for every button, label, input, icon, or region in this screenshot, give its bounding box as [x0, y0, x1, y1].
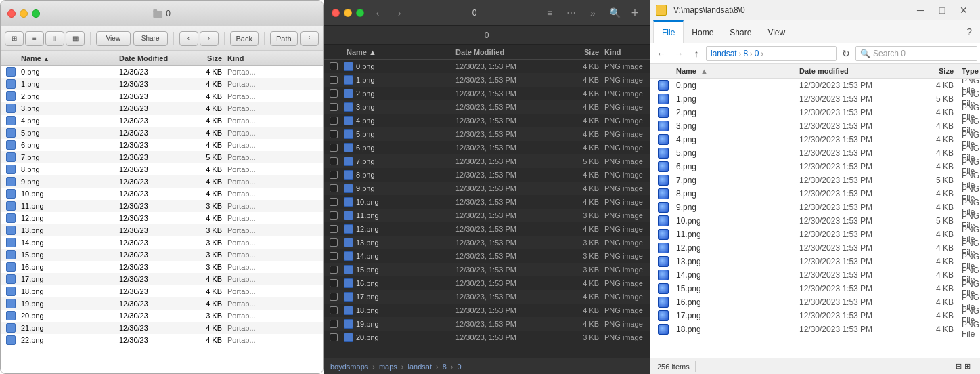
- win-file-row[interactable]: 15.png 12/30/2023 1:53 PM 4 KB PNG File: [650, 282, 980, 295]
- dark-col-kind-header[interactable]: Kind: [604, 48, 650, 56]
- mac-path-label[interactable]: Path: [270, 31, 298, 46]
- dark-file-row[interactable]: 1.png 12/30/23, 1:53 PM 4 KB PNG image: [324, 73, 650, 87]
- dark-minimize-btn[interactable]: [344, 9, 352, 17]
- mac-maximize-btn[interactable]: [32, 9, 40, 18]
- dark-search-btn[interactable]: 🔍: [606, 7, 623, 19]
- win-file-row[interactable]: 10.png 12/30/2023 1:53 PM 5 KB PNG File: [650, 214, 980, 228]
- mac-file-row[interactable]: 0.png 12/30/23 4 KB Portab...: [1, 66, 323, 78]
- win-file-row[interactable]: 18.png 12/30/2023 1:53 PM 4 KB PNG File: [650, 323, 980, 336]
- dark-checkbox[interactable]: [330, 184, 338, 192]
- dark-maximize-btn[interactable]: [356, 9, 364, 17]
- dark-file-row[interactable]: 11.png 12/30/23, 1:53 PM 3 KB PNG image: [324, 209, 650, 222]
- dark-checkbox[interactable]: [330, 198, 338, 206]
- dark-checkbox[interactable]: [330, 333, 338, 341]
- dark-breadcrumb-0[interactable]: 0: [457, 362, 461, 371]
- dark-file-row[interactable]: 4.png 12/30/23, 1:53 PM 4 KB PNG image: [324, 114, 650, 127]
- win-ribbon-tab-home[interactable]: Home: [684, 20, 721, 43]
- mac-col-name-header[interactable]: Name: [1, 54, 119, 62]
- win-back-btn[interactable]: ←: [653, 45, 669, 62]
- dark-breadcrumb-boydsmaps[interactable]: boydsmaps: [330, 362, 368, 371]
- mac-file-row[interactable]: 19.png 12/30/23 4 KB Portab...: [1, 297, 323, 310]
- dark-file-row[interactable]: 0.png 12/30/23, 1:53 PM 4 KB PNG image: [324, 60, 650, 73]
- dark-checkbox[interactable]: [330, 103, 338, 111]
- dark-file-row[interactable]: 8.png 12/30/23, 1:53 PM 4 KB PNG image: [324, 168, 650, 182]
- win-ribbon-tab-view[interactable]: View: [759, 20, 793, 43]
- mac-list-view-btn[interactable]: ≡: [25, 31, 44, 46]
- dark-checkbox[interactable]: [330, 306, 338, 314]
- dark-close-btn[interactable]: [332, 9, 340, 17]
- win-file-row[interactable]: 0.png 12/30/2023 1:53 PM 4 KB PNG File: [650, 79, 980, 92]
- mac-file-row[interactable]: 5.png 12/30/23 4 KB Portab...: [1, 127, 323, 139]
- mac-close-btn[interactable]: [7, 9, 16, 18]
- dark-file-row[interactable]: 3.png 12/30/23, 1:53 PM 4 KB PNG image: [324, 100, 650, 114]
- dark-breadcrumb-8[interactable]: 8: [443, 362, 447, 371]
- mac-gallery-view-btn[interactable]: ▦: [66, 31, 85, 46]
- win-breadcrumb[interactable]: landsat › 8 › 0 ›: [706, 46, 837, 61]
- win-file-row[interactable]: 12.png 12/30/2023 1:53 PM 4 KB PNG File: [650, 241, 980, 255]
- win-close-btn[interactable]: ✕: [953, 3, 975, 18]
- win-file-row[interactable]: 17.png 12/30/2023 1:53 PM 4 KB PNG File: [650, 309, 980, 323]
- win-col-date-header[interactable]: Date modified: [799, 67, 908, 75]
- mac-file-row[interactable]: 4.png 12/30/23 4 KB Portab...: [1, 115, 323, 127]
- dark-file-row[interactable]: 7.png 12/30/23, 1:53 PM 5 KB PNG image: [324, 154, 650, 168]
- dark-forward-btn[interactable]: ›: [391, 7, 407, 19]
- mac-file-row[interactable]: 9.png 12/30/23 4 KB Portab...: [1, 175, 323, 188]
- win-up-btn[interactable]: ↑: [688, 45, 705, 62]
- mac-file-row[interactable]: 10.png 12/30/23 4 KB Portab...: [1, 188, 323, 200]
- mac-icon-view-btn[interactable]: ⊞: [5, 31, 24, 46]
- mac-file-row[interactable]: 6.png 12/30/23 4 KB Portab...: [1, 139, 323, 151]
- win-file-row[interactable]: 7.png 12/30/2023 1:53 PM 5 KB PNG File: [650, 173, 980, 187]
- mac-col-date-header[interactable]: Date Modified: [119, 54, 187, 62]
- mac-column-view-btn[interactable]: ⫴: [45, 31, 64, 46]
- mac-file-row[interactable]: 8.png 12/30/23 4 KB Portab...: [1, 163, 323, 175]
- dark-file-row[interactable]: 19.png 12/30/23, 1:53 PM 4 KB PNG image: [324, 317, 650, 331]
- win-file-row[interactable]: 6.png 12/30/2023 1:53 PM 4 KB PNG File: [650, 160, 980, 173]
- dark-col-size-header[interactable]: Size: [564, 48, 604, 56]
- dark-file-row[interactable]: 2.png 12/30/23, 1:53 PM 4 KB PNG image: [324, 87, 650, 100]
- win-file-row[interactable]: 11.png 12/30/2023 1:53 PM 4 KB PNG File: [650, 228, 980, 241]
- win-details-view-icon[interactable]: ⊟: [956, 362, 962, 371]
- win-minimize-btn[interactable]: ─: [910, 3, 931, 18]
- dark-file-row[interactable]: 17.png 12/30/23, 1:53 PM 4 KB PNG image: [324, 290, 650, 304]
- dark-file-row[interactable]: 13.png 12/30/23, 1:53 PM 3 KB PNG image: [324, 236, 650, 249]
- dark-breadcrumb-landsat[interactable]: landsat: [408, 362, 432, 371]
- win-bread-0[interactable]: 0: [755, 49, 759, 58]
- mac-file-row[interactable]: 21.png 12/30/23 4 KB Portab...: [1, 322, 323, 334]
- dark-checkbox[interactable]: [330, 157, 338, 165]
- dark-checkbox[interactable]: [330, 279, 338, 287]
- mac-file-row[interactable]: 20.png 12/30/23 3 KB Portab...: [1, 310, 323, 322]
- win-bread-landsat[interactable]: landsat: [711, 49, 737, 58]
- mac-file-row[interactable]: 15.png 12/30/23 3 KB Portab...: [1, 249, 323, 261]
- mac-file-row[interactable]: 13.png 12/30/23 3 KB Portab...: [1, 224, 323, 236]
- dark-checkbox[interactable]: [330, 320, 338, 328]
- dark-forward2-btn[interactable]: »: [585, 7, 601, 19]
- win-file-row[interactable]: 16.png 12/30/2023 1:53 PM 4 KB PNG File: [650, 295, 980, 309]
- dark-file-row[interactable]: 20.png 12/30/23, 1:53 PM 3 KB PNG image: [324, 331, 650, 344]
- mac-back-btn[interactable]: ‹: [179, 31, 198, 46]
- mac-file-row[interactable]: 14.png 12/30/23 3 KB Portab...: [1, 236, 323, 249]
- win-file-row[interactable]: 13.png 12/30/2023 1:53 PM 4 KB PNG File: [650, 255, 980, 268]
- dark-file-row[interactable]: 5.png 12/30/23, 1:53 PM 4 KB PNG image: [324, 127, 650, 141]
- win-restore-btn[interactable]: □: [931, 3, 953, 18]
- dark-checkbox[interactable]: [330, 211, 338, 220]
- dark-more-btn[interactable]: ⋯: [563, 7, 579, 19]
- mac-col-size-header[interactable]: Size: [187, 54, 227, 62]
- mac-action-btn[interactable]: Share: [133, 31, 168, 46]
- win-search-box[interactable]: 🔍 Search 0: [855, 46, 977, 61]
- mac-file-row[interactable]: 3.png 12/30/23 4 KB Portab...: [1, 102, 323, 115]
- mac-file-row[interactable]: 7.png 12/30/23 5 KB Portab...: [1, 151, 323, 163]
- dark-checkbox[interactable]: [330, 144, 338, 152]
- mac-back-label[interactable]: Back: [230, 31, 259, 46]
- dark-checkbox[interactable]: [330, 89, 338, 98]
- dark-col-name-header[interactable]: Name ▲: [344, 48, 455, 56]
- mac-more-btn[interactable]: ⋮: [300, 31, 319, 46]
- dark-file-row[interactable]: 6.png 12/30/23, 1:53 PM 4 KB PNG image: [324, 141, 650, 154]
- dark-checkbox[interactable]: [330, 293, 338, 301]
- win-ribbon-tab-file[interactable]: File: [653, 20, 684, 43]
- win-col-type-header[interactable]: Type: [962, 67, 980, 75]
- win-large-icon-view-icon[interactable]: ⊞: [964, 362, 971, 371]
- win-file-row[interactable]: 14.png 12/30/2023 1:53 PM 4 KB PNG File: [650, 268, 980, 282]
- win-forward-btn[interactable]: →: [671, 45, 687, 62]
- dark-checkbox[interactable]: [330, 238, 338, 247]
- dark-file-row[interactable]: 9.png 12/30/23, 1:53 PM 4 KB PNG image: [324, 182, 650, 195]
